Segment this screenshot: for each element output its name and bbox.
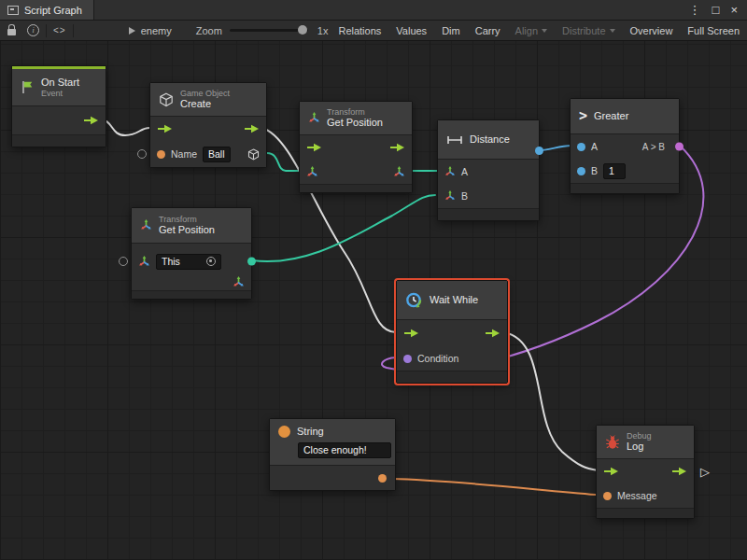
- string-input-port[interactable]: [157, 150, 165, 159]
- distribute-button[interactable]: Distribute: [555, 21, 622, 40]
- string-output-port[interactable]: [378, 474, 387, 483]
- relations-button[interactable]: Relations: [331, 21, 388, 40]
- bug-icon: [605, 435, 620, 450]
- values-button[interactable]: Values: [388, 21, 434, 40]
- node-get-position-left[interactable]: Transform Get Position This: [131, 207, 252, 300]
- position-output-port[interactable]: [393, 166, 405, 178]
- number-input-port[interactable]: [577, 143, 585, 151]
- greater-icon: >: [579, 109, 587, 123]
- flow-out-port[interactable]: [485, 329, 500, 338]
- code-icon[interactable]: <>: [53, 25, 66, 35]
- node-gameobject-create[interactable]: Game Object Create Name Ball: [149, 82, 267, 168]
- wait-clock-icon: [405, 292, 423, 309]
- zoom-slider[interactable]: [230, 29, 308, 32]
- flow-in-port[interactable]: [306, 143, 322, 152]
- flow-row: [12, 106, 106, 134]
- fullscreen-button[interactable]: Full Screen: [680, 21, 747, 40]
- flow-in-port[interactable]: [157, 124, 173, 133]
- node-footer: [132, 290, 251, 299]
- info-icon[interactable]: i: [27, 24, 39, 36]
- wire-onstart-to-create: [99, 119, 149, 135]
- overview-button[interactable]: Overview: [623, 21, 681, 40]
- unconnected-flow-arrow-icon[interactable]: ▷: [700, 466, 710, 478]
- input-b-row: B: [438, 184, 539, 208]
- position-output-port[interactable]: [247, 258, 256, 266]
- input-a-row: A A > B: [571, 134, 679, 159]
- node-distance[interactable]: Distance A B: [437, 119, 540, 221]
- condition-input-port[interactable]: [403, 355, 412, 363]
- zoom-slider-handle[interactable]: [298, 25, 307, 35]
- flow-out-port[interactable]: [389, 143, 405, 152]
- distance-output-port[interactable]: [535, 147, 543, 155]
- dim-button[interactable]: Dim: [434, 21, 468, 40]
- node-title: On Start: [41, 77, 79, 89]
- node-category: Debug: [627, 431, 652, 441]
- string-value-field[interactable]: Close enough!: [298, 442, 391, 458]
- maximize-icon[interactable]: □: [712, 0, 720, 21]
- unconnected-input-port[interactable]: [137, 149, 147, 159]
- node-footer: [597, 508, 694, 518]
- transform-input-port[interactable]: [306, 166, 318, 178]
- position-output-icon[interactable]: [233, 276, 245, 288]
- node-on-start-event[interactable]: On Start Event: [11, 65, 106, 147]
- value-port-row: [132, 273, 251, 290]
- target-object-field[interactable]: This: [156, 254, 221, 270]
- flow-out-port[interactable]: [671, 467, 687, 476]
- window-menu-icon[interactable]: ⋮: [689, 0, 701, 21]
- flow-out-port[interactable]: [83, 116, 99, 125]
- script-graph-icon: [7, 6, 19, 15]
- node-category: Transform: [327, 107, 383, 117]
- bool-output-port[interactable]: [675, 143, 684, 151]
- node-header: Distance: [438, 120, 539, 160]
- vector-input-port[interactable]: [444, 190, 456, 202]
- wire-waitwhile-to-log: [504, 332, 598, 470]
- close-icon[interactable]: ×: [730, 0, 738, 21]
- name-value-field[interactable]: Ball: [203, 147, 231, 162]
- cube-icon: [159, 92, 174, 107]
- b-value-field[interactable]: 1: [603, 163, 626, 179]
- flow-row: [150, 117, 266, 141]
- zoom-value: 1x: [317, 25, 329, 36]
- flow-in-port[interactable]: [603, 467, 619, 476]
- transform-input-port[interactable]: [138, 256, 150, 268]
- vector-input-port[interactable]: [444, 166, 456, 177]
- transform-axis-icon: [140, 219, 152, 231]
- node-greater[interactable]: > Greater A A > B B 1: [570, 98, 680, 194]
- node-category: Game Object: [180, 89, 230, 98]
- carry-button[interactable]: Carry: [468, 21, 508, 40]
- string-icon: [278, 426, 290, 438]
- name-port-row: Name Ball: [150, 141, 266, 167]
- port-label: A: [591, 141, 598, 152]
- condition-port-row: Condition: [397, 346, 507, 371]
- flow-out-port[interactable]: [244, 124, 260, 133]
- align-button[interactable]: Align: [508, 21, 555, 40]
- tab-script-graph[interactable]: Script Graph: [0, 0, 94, 20]
- node-footer: [300, 184, 412, 192]
- number-input-port[interactable]: [577, 167, 585, 175]
- unconnected-input-port[interactable]: [119, 257, 128, 266]
- gameobject-output-port[interactable]: [247, 148, 260, 161]
- lock-icon[interactable]: [7, 29, 16, 35]
- node-title: Distance: [470, 133, 510, 146]
- node-debug-log[interactable]: Debug Log ▷ Message: [596, 425, 695, 519]
- port-label: Condition: [417, 353, 458, 364]
- node-string-literal[interactable]: String Close enough!: [269, 418, 396, 491]
- graph-target-label: enemy: [141, 25, 172, 36]
- input-b-row: B 1: [571, 159, 679, 183]
- node-wait-while[interactable]: Wait While Condition: [396, 280, 508, 384]
- message-input-port[interactable]: [603, 492, 612, 500]
- toolbar-divider: [46, 24, 47, 37]
- window-controls: ⋮ □ ×: [689, 0, 747, 21]
- node-footer: [571, 183, 679, 193]
- window-titlebar: Script Graph ⋮ □ ×: [0, 0, 747, 21]
- port-label: B: [461, 190, 468, 202]
- graph-pointer-icon: [129, 27, 135, 35]
- graph-canvas[interactable]: On Start Event Game Object Create: [0, 41, 747, 560]
- node-header: Wait While: [397, 281, 507, 320]
- node-get-position-top[interactable]: Transform Get Position: [299, 101, 413, 193]
- flow-in-port[interactable]: [403, 329, 419, 338]
- object-picker-icon[interactable]: [206, 257, 216, 266]
- node-header: Debug Log: [597, 426, 694, 459]
- message-port-row: Message: [597, 483, 694, 508]
- port-label: B: [591, 165, 598, 176]
